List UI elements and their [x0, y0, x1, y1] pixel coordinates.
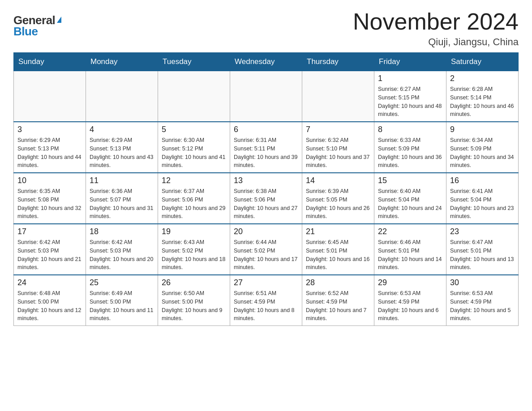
day-info: Sunrise: 6:43 AM Sunset: 5:02 PM Dayligh… [162, 238, 226, 272]
calendar-cell: 23Sunrise: 6:47 AM Sunset: 5:01 PM Dayli… [446, 224, 519, 275]
day-number: 11 [90, 176, 154, 185]
day-number: 8 [378, 125, 442, 134]
calendar-cell: 26Sunrise: 6:50 AM Sunset: 5:00 PM Dayli… [158, 275, 230, 326]
day-info: Sunrise: 6:34 AM Sunset: 5:09 PM Dayligh… [450, 136, 515, 170]
day-number: 5 [162, 125, 226, 134]
location-title: Qiuji, Jiangsu, China [353, 36, 519, 48]
calendar-cell: 16Sunrise: 6:41 AM Sunset: 5:04 PM Dayli… [446, 173, 519, 224]
calendar-cell: 28Sunrise: 6:52 AM Sunset: 4:59 PM Dayli… [302, 275, 374, 326]
calendar-cell: 30Sunrise: 6:53 AM Sunset: 4:59 PM Dayli… [446, 275, 519, 326]
day-number: 20 [234, 227, 298, 236]
calendar-cell: 11Sunrise: 6:36 AM Sunset: 5:07 PM Dayli… [86, 173, 158, 224]
day-number: 13 [234, 176, 298, 185]
day-info: Sunrise: 6:49 AM Sunset: 5:00 PM Dayligh… [90, 289, 154, 323]
day-info: Sunrise: 6:39 AM Sunset: 5:05 PM Dayligh… [306, 187, 370, 221]
day-number: 28 [306, 278, 370, 287]
day-number: 23 [450, 227, 515, 236]
calendar-cell [158, 71, 230, 122]
calendar-cell: 12Sunrise: 6:37 AM Sunset: 5:06 PM Dayli… [158, 173, 230, 224]
day-info: Sunrise: 6:36 AM Sunset: 5:07 PM Dayligh… [90, 187, 154, 221]
calendar-cell: 7Sunrise: 6:32 AM Sunset: 5:10 PM Daylig… [302, 122, 374, 173]
day-number: 16 [450, 176, 515, 185]
calendar-cell: 4Sunrise: 6:29 AM Sunset: 5:13 PM Daylig… [86, 122, 158, 173]
day-number: 7 [306, 125, 370, 134]
day-info: Sunrise: 6:48 AM Sunset: 5:00 PM Dayligh… [17, 289, 82, 323]
calendar-week-row: 24Sunrise: 6:48 AM Sunset: 5:00 PM Dayli… [14, 275, 519, 326]
day-number: 1 [378, 74, 442, 83]
day-info: Sunrise: 6:27 AM Sunset: 5:15 PM Dayligh… [378, 85, 442, 119]
col-header-saturday: Saturday [446, 53, 519, 71]
calendar-cell: 14Sunrise: 6:39 AM Sunset: 5:05 PM Dayli… [302, 173, 374, 224]
day-info: Sunrise: 6:31 AM Sunset: 5:11 PM Dayligh… [234, 136, 298, 170]
calendar-cell: 13Sunrise: 6:38 AM Sunset: 5:06 PM Dayli… [230, 173, 302, 224]
calendar-cell: 29Sunrise: 6:53 AM Sunset: 4:59 PM Dayli… [374, 275, 446, 326]
calendar-cell: 22Sunrise: 6:46 AM Sunset: 5:01 PM Dayli… [374, 224, 446, 275]
title-area: November 2024 Qiuji, Jiangsu, China [353, 9, 519, 48]
calendar-cell: 10Sunrise: 6:35 AM Sunset: 5:08 PM Dayli… [14, 173, 86, 224]
calendar-cell: 6Sunrise: 6:31 AM Sunset: 5:11 PM Daylig… [230, 122, 302, 173]
day-info: Sunrise: 6:41 AM Sunset: 5:04 PM Dayligh… [450, 187, 515, 221]
day-number: 17 [17, 227, 82, 236]
calendar-week-row: 17Sunrise: 6:42 AM Sunset: 5:03 PM Dayli… [14, 224, 519, 275]
calendar-cell: 2Sunrise: 6:28 AM Sunset: 5:14 PM Daylig… [446, 71, 519, 122]
day-info: Sunrise: 6:29 AM Sunset: 5:13 PM Dayligh… [17, 136, 82, 170]
day-info: Sunrise: 6:32 AM Sunset: 5:10 PM Dayligh… [306, 136, 370, 170]
day-info: Sunrise: 6:37 AM Sunset: 5:06 PM Dayligh… [162, 187, 226, 221]
day-number: 29 [378, 278, 442, 287]
calendar-cell: 17Sunrise: 6:42 AM Sunset: 5:03 PM Dayli… [14, 224, 86, 275]
day-info: Sunrise: 6:30 AM Sunset: 5:12 PM Dayligh… [162, 136, 226, 170]
col-header-tuesday: Tuesday [158, 53, 230, 71]
calendar-cell: 24Sunrise: 6:48 AM Sunset: 5:00 PM Dayli… [14, 275, 86, 326]
day-number: 21 [306, 227, 370, 236]
calendar-cell: 18Sunrise: 6:42 AM Sunset: 5:03 PM Dayli… [86, 224, 158, 275]
calendar: SundayMondayTuesdayWednesdayThursdayFrid… [13, 52, 519, 326]
day-number: 25 [90, 278, 154, 287]
day-number: 2 [450, 74, 515, 83]
day-number: 14 [306, 176, 370, 185]
day-info: Sunrise: 6:51 AM Sunset: 4:59 PM Dayligh… [234, 289, 298, 323]
calendar-cell: 20Sunrise: 6:44 AM Sunset: 5:02 PM Dayli… [230, 224, 302, 275]
col-header-monday: Monday [86, 53, 158, 71]
day-number: 24 [17, 278, 82, 287]
day-info: Sunrise: 6:53 AM Sunset: 4:59 PM Dayligh… [378, 289, 442, 323]
calendar-cell [14, 71, 86, 122]
day-number: 6 [234, 125, 298, 134]
day-number: 18 [90, 227, 154, 236]
day-info: Sunrise: 6:52 AM Sunset: 4:59 PM Dayligh… [306, 289, 370, 323]
calendar-week-row: 10Sunrise: 6:35 AM Sunset: 5:08 PM Dayli… [14, 173, 519, 224]
day-info: Sunrise: 6:46 AM Sunset: 5:01 PM Dayligh… [378, 238, 442, 272]
logo-triangle-icon [57, 17, 61, 23]
calendar-header-row: SundayMondayTuesdayWednesdayThursdayFrid… [14, 53, 519, 71]
calendar-cell: 15Sunrise: 6:40 AM Sunset: 5:04 PM Dayli… [374, 173, 446, 224]
day-number: 15 [378, 176, 442, 185]
day-number: 12 [162, 176, 226, 185]
calendar-cell: 1Sunrise: 6:27 AM Sunset: 5:15 PM Daylig… [374, 71, 446, 122]
day-number: 9 [450, 125, 515, 134]
col-header-friday: Friday [374, 53, 446, 71]
day-number: 10 [17, 176, 82, 185]
col-header-thursday: Thursday [302, 53, 374, 71]
calendar-cell [86, 71, 158, 122]
calendar-cell: 21Sunrise: 6:45 AM Sunset: 5:01 PM Dayli… [302, 224, 374, 275]
calendar-week-row: 3Sunrise: 6:29 AM Sunset: 5:13 PM Daylig… [14, 122, 519, 173]
day-info: Sunrise: 6:35 AM Sunset: 5:08 PM Dayligh… [17, 187, 82, 221]
day-info: Sunrise: 6:47 AM Sunset: 5:01 PM Dayligh… [450, 238, 515, 272]
day-info: Sunrise: 6:53 AM Sunset: 4:59 PM Dayligh… [450, 289, 515, 323]
day-number: 3 [17, 125, 82, 134]
day-number: 19 [162, 227, 226, 236]
day-info: Sunrise: 6:29 AM Sunset: 5:13 PM Dayligh… [90, 136, 154, 170]
calendar-cell: 19Sunrise: 6:43 AM Sunset: 5:02 PM Dayli… [158, 224, 230, 275]
day-info: Sunrise: 6:42 AM Sunset: 5:03 PM Dayligh… [90, 238, 154, 272]
day-info: Sunrise: 6:40 AM Sunset: 5:04 PM Dayligh… [378, 187, 442, 221]
calendar-cell: 5Sunrise: 6:30 AM Sunset: 5:12 PM Daylig… [158, 122, 230, 173]
day-number: 22 [378, 227, 442, 236]
calendar-cell: 3Sunrise: 6:29 AM Sunset: 5:13 PM Daylig… [14, 122, 86, 173]
day-info: Sunrise: 6:42 AM Sunset: 5:03 PM Dayligh… [17, 238, 82, 272]
col-header-sunday: Sunday [14, 53, 86, 71]
day-number: 26 [162, 278, 226, 287]
month-title: November 2024 [353, 9, 519, 34]
day-number: 27 [234, 278, 298, 287]
logo: General Blue [13, 13, 61, 39]
day-info: Sunrise: 6:33 AM Sunset: 5:09 PM Dayligh… [378, 136, 442, 170]
day-number: 30 [450, 278, 515, 287]
